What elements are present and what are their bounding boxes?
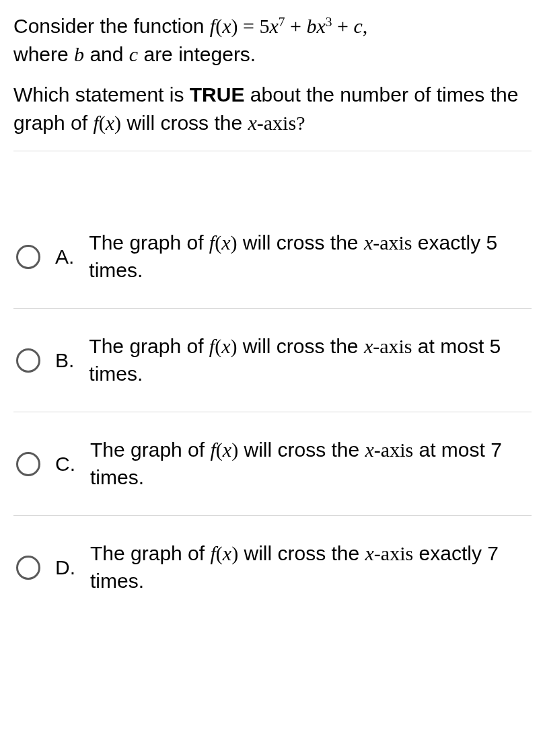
divider	[13, 151, 532, 151]
radio-icon[interactable]	[16, 452, 40, 476]
choice-text: The graph of f(x) will cross the x-axis …	[89, 333, 532, 387]
text: Consider the function	[13, 15, 210, 37]
choice-text: The graph of f(x) will cross the x-axis …	[90, 540, 532, 595]
choice-text: The graph of f(x) will cross the x-axis …	[89, 229, 532, 284]
math-var-b: b	[74, 43, 84, 65]
choice-a[interactable]: A. The graph of f(x) will cross the x-ax…	[13, 205, 532, 308]
text: where	[13, 43, 74, 65]
math-expression: f(x) = 5x7 + bx3 + c,	[210, 15, 367, 37]
choice-text: The graph of f(x) will cross the x-axis …	[90, 437, 532, 491]
radio-icon[interactable]	[16, 556, 40, 580]
text-bold: TRUE	[190, 83, 245, 106]
choice-label: B.	[55, 346, 74, 375]
question-paragraph-1: Consider the function f(x) = 5x7 + bx3 +…	[13, 12, 532, 69]
text: and	[84, 43, 129, 65]
answer-choices: A. The graph of f(x) will cross the x-ax…	[13, 205, 532, 619]
radio-icon[interactable]	[16, 245, 40, 269]
choice-b[interactable]: B. The graph of f(x) will cross the x-ax…	[13, 309, 532, 412]
math-var-c: c	[129, 43, 138, 65]
text: Which statement is	[13, 83, 190, 106]
question-paragraph-2: Which statement is TRUE about the number…	[13, 81, 532, 137]
math-x-axis: x-axis?	[248, 112, 305, 134]
math-fx: f(x)	[93, 112, 121, 134]
choice-label: D.	[55, 554, 75, 582]
choice-c[interactable]: C. The graph of f(x) will cross the x-ax…	[13, 412, 532, 515]
choice-label: A.	[55, 243, 74, 271]
text: are integers.	[138, 43, 256, 65]
question-stem: Consider the function f(x) = 5x7 + bx3 +…	[13, 12, 532, 137]
choice-label: C.	[55, 450, 75, 478]
radio-icon[interactable]	[16, 348, 40, 373]
choice-d[interactable]: D. The graph of f(x) will cross the x-ax…	[13, 516, 532, 619]
text: will cross the	[121, 112, 248, 134]
